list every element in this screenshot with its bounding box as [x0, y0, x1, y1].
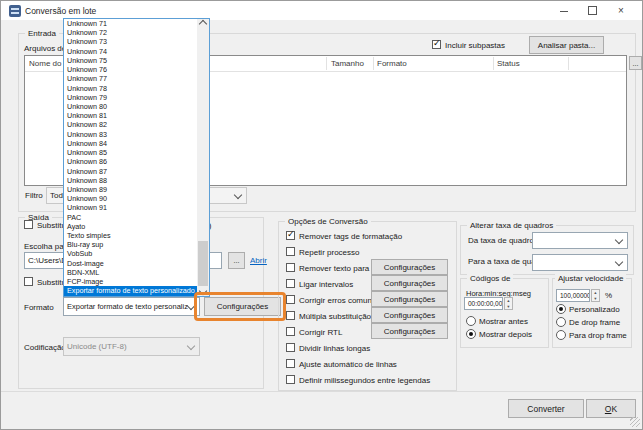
option-checkbox[interactable]: ✓: [286, 247, 295, 256]
app-icon: [9, 5, 21, 17]
scroll-up-button[interactable]: [197, 19, 209, 29]
percent-label: %: [605, 291, 612, 300]
speed-input[interactable]: 100,00000: [556, 289, 590, 302]
dropdown-item[interactable]: Unknown 72: [64, 28, 197, 37]
option-label: Ligar intervalos: [299, 280, 353, 289]
de-drop-frame-label: De drop frame: [569, 318, 620, 327]
incluir-subpastas-checkbox[interactable]: ✓: [432, 40, 441, 49]
column-separator: [373, 57, 374, 70]
maximize-icon: [588, 6, 597, 15]
dropdown-item[interactable]: Unknown 73: [64, 37, 197, 46]
velocidade-legend: Ajustar velocidade: [555, 274, 626, 283]
converter-button[interactable]: Converter: [508, 399, 584, 418]
option-checkbox[interactable]: ✓: [286, 359, 295, 368]
minimize-button[interactable]: [550, 1, 578, 20]
dropdown-item[interactable]: Unknown 87: [64, 167, 197, 176]
formato-combobox[interactable]: Exportar formato de texto personaliz: [63, 297, 200, 316]
analisar-pasta-button[interactable]: Analisar pasta...: [529, 36, 604, 54]
option-configuracoes-button[interactable]: Configurações: [371, 323, 448, 339]
option-checkbox[interactable]: ✓: [286, 263, 295, 272]
taxa-legend: Alterar taxa de quadros: [467, 221, 556, 230]
dropdown-item[interactable]: Unknown 78: [64, 84, 197, 93]
option-checkbox[interactable]: ✓: [286, 295, 295, 304]
dropdown-item[interactable]: Texto simples: [64, 231, 197, 240]
mostrar-antes-label: Mostrar antes: [479, 317, 528, 326]
option-configuracoes-button[interactable]: Configurações: [371, 275, 448, 291]
option-configuracoes-button[interactable]: Configurações: [371, 307, 448, 323]
minimize-icon: [560, 11, 568, 12]
formato-label: Formato: [24, 303, 54, 312]
dropdown-item[interactable]: Unknown 88: [64, 176, 197, 185]
substituir-existentes-checkbox[interactable]: ✓: [24, 277, 33, 286]
codificacao-combobox[interactable]: Unicode (UTF-8): [63, 337, 200, 356]
column-separator: [326, 57, 327, 70]
footer-separator: [1, 391, 642, 392]
dropdown-item[interactable]: Unknown 84: [64, 139, 197, 148]
dropdown-item[interactable]: VobSub: [64, 249, 197, 258]
dropdown-item[interactable]: Unknown 71: [64, 19, 197, 28]
folder-browse-button[interactable]: ...: [228, 252, 245, 269]
dropdown-item[interactable]: FCP-image: [64, 277, 197, 286]
dropdown-item[interactable]: Dost-image: [64, 259, 197, 268]
maximize-button[interactable]: [578, 1, 606, 20]
option-checkbox[interactable]: ✓: [286, 279, 295, 288]
dropdown-item[interactable]: Unknown 86: [64, 157, 197, 166]
dropdown-item[interactable]: Unknown 85: [64, 148, 197, 157]
option-label: Definir milissegundos entre legendas: [299, 376, 430, 385]
option-checkbox[interactable]: ✓: [286, 343, 295, 352]
speed-stepper[interactable]: ▴ ▾: [591, 289, 600, 302]
chevron-down-icon: [187, 341, 195, 349]
mostrar-antes-radio[interactable]: [466, 316, 476, 326]
option-configuracoes-button[interactable]: Configurações: [371, 291, 448, 307]
dropdown-item[interactable]: Unknown 76: [64, 65, 197, 74]
option-checkbox[interactable]: ✓: [286, 311, 295, 320]
de-drop-frame-radio[interactable]: [556, 317, 566, 327]
dropdown-item[interactable]: Unknown 77: [64, 74, 197, 83]
ok-button[interactable]: OK: [586, 399, 636, 418]
opcoes-legend: Opções de Conversão: [285, 217, 371, 226]
substituir-originais-checkbox[interactable]: ✓: [24, 220, 33, 229]
da-taxa-combobox[interactable]: [532, 232, 628, 249]
mostrar-depois-radio[interactable]: [466, 329, 476, 339]
dropdown-item[interactable]: Unknown 82: [64, 120, 197, 129]
personalizado-label: Personalizado: [569, 305, 620, 314]
chevron-down-icon: [615, 257, 623, 265]
spin-down-icon[interactable]: ▾: [507, 304, 509, 310]
timecode-input[interactable]: 00:00:00,000: [464, 297, 503, 310]
list-browse-button[interactable]: ...: [629, 56, 642, 70]
dropdown-item[interactable]: Exportar formato de texto personalizado: [64, 286, 197, 295]
dropdown-item[interactable]: Unknown 75: [64, 56, 197, 65]
dropdown-item[interactable]: Unknown 83: [64, 130, 197, 139]
dropdown-item[interactable]: Blu-ray sup: [64, 240, 197, 249]
option-label: Ajuste automático de linhas: [299, 360, 397, 369]
column-tamanho[interactable]: Tamanho: [331, 59, 364, 68]
abrir-link[interactable]: Abrir: [250, 256, 267, 265]
para-drop-frame-radio[interactable]: [556, 330, 566, 340]
dropdown-item[interactable]: Unknown 91: [64, 203, 197, 212]
dropdown-item[interactable]: Unknown 79: [64, 93, 197, 102]
option-checkbox[interactable]: ✓: [286, 231, 295, 240]
dropdown-item[interactable]: Unknown 81: [64, 111, 197, 120]
column-separator: [568, 57, 569, 70]
dropdown-item[interactable]: Unknown 80: [64, 102, 197, 111]
option-checkbox[interactable]: ✓: [286, 375, 295, 384]
option-configuracoes-button[interactable]: Configurações: [371, 259, 448, 275]
resize-grip[interactable]: [630, 417, 640, 427]
dropdown-scrollbar[interactable]: [197, 19, 209, 296]
timecode-stepper[interactable]: ▴ ▾: [504, 297, 513, 310]
para-taxa-combobox[interactable]: [532, 254, 628, 271]
column-status[interactable]: Status: [497, 59, 520, 68]
dropdown-item[interactable]: Ayato: [64, 222, 197, 231]
dropdown-item[interactable]: Unknown 89: [64, 185, 197, 194]
dropdown-item[interactable]: Unknown 74: [64, 47, 197, 56]
option-checkbox[interactable]: ✓: [286, 327, 295, 336]
personalizado-radio[interactable]: [556, 304, 566, 314]
close-button[interactable]: ×: [606, 1, 636, 20]
incluir-subpastas-label: Incluir subpastas: [445, 41, 505, 50]
scrollbar-thumb[interactable]: [198, 241, 208, 286]
dropdown-item[interactable]: Unknown 90: [64, 194, 197, 203]
dropdown-item[interactable]: PAC: [64, 213, 197, 222]
column-formato[interactable]: Formato: [377, 59, 407, 68]
dropdown-item[interactable]: BDN-XML: [64, 268, 197, 277]
spin-down-icon[interactable]: ▾: [594, 296, 596, 302]
